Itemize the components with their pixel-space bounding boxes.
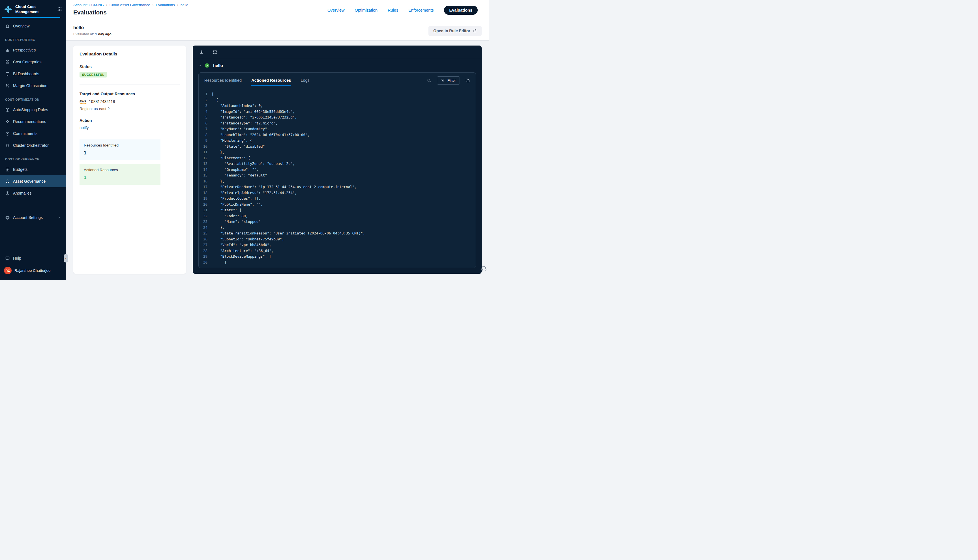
- target-resources-label: Target and Output Resources: [80, 92, 180, 96]
- tab-actioned-resources[interactable]: Actioned Resources: [251, 73, 291, 88]
- sidebar-item-cluster-orchestrator[interactable]: Cluster Orchestrator: [0, 140, 66, 151]
- line-number: 25: [199, 230, 212, 237]
- sidebar-item-cost-categories[interactable]: Cost Categories: [0, 56, 66, 68]
- help-button[interactable]: Help: [0, 253, 66, 264]
- tab-logs[interactable]: Logs: [300, 73, 309, 88]
- line-content: "Tenancy": "default": [212, 173, 267, 178]
- breadcrumb-item-account-ccm-ng[interactable]: Account: CCM-NG: [73, 3, 104, 7]
- sidebar-item-label: Budgets: [13, 167, 27, 172]
- sidebar-item-budgets[interactable]: Budgets: [0, 163, 66, 175]
- line-content: "PublicDnsName": "",: [212, 202, 263, 208]
- line-number: 6: [199, 120, 212, 127]
- content-area: Evaluation Details Status SUCCESSFUL Tar…: [66, 41, 489, 280]
- sidebar-collapse-handle[interactable]: ‹: [63, 254, 68, 262]
- line-number: 19: [199, 196, 212, 202]
- code-line: 2 {: [199, 97, 476, 103]
- top-nav-link-optimization[interactable]: Optimization: [355, 8, 377, 12]
- recommendations-icon: [5, 119, 10, 124]
- sidebar-item-label: Cost Categories: [13, 60, 41, 64]
- fullscreen-icon[interactable]: [212, 50, 217, 55]
- line-content: "Placement": {: [212, 155, 250, 161]
- code-line: 8 "LaunchTime": "2024-06-06T04:41:37+00:…: [199, 132, 476, 138]
- line-content: {: [212, 260, 227, 265]
- sidebar-item-asset-governance[interactable]: Asset Governance: [0, 175, 66, 187]
- search-icon[interactable]: [427, 78, 432, 83]
- code-line: 25 "StateTransitionReason": "User initia…: [199, 230, 476, 237]
- action-value: notify: [80, 125, 180, 130]
- line-number: 23: [199, 219, 212, 225]
- line-number: 24: [199, 225, 212, 231]
- sidebar-item-overview[interactable]: Overview: [0, 20, 66, 32]
- code-line: 5 "InstanceId": "i-00512145e7372325d",: [199, 115, 476, 120]
- breadcrumb-item-evaluations[interactable]: Evaluations: [156, 3, 175, 7]
- sidebar-item-autostopping-rules[interactable]: AutoStopping Rules: [0, 104, 66, 116]
- copy-icon[interactable]: [465, 78, 470, 83]
- breadcrumb: Account: CCM-NG›Cloud Asset Governance›E…: [73, 3, 188, 7]
- sidebar-item-bi-dashboards[interactable]: BI Dashboards: [0, 68, 66, 80]
- main-area: Account: CCM-NG›Cloud Asset Governance›E…: [66, 0, 489, 280]
- top-nav-link-enforcements[interactable]: Enforcements: [408, 8, 434, 12]
- line-content: "AvailabilityZone": "us-east-2c",: [212, 161, 295, 167]
- code-line: 14 "GroupName": "",: [199, 167, 476, 173]
- support-headset-icon[interactable]: [481, 265, 487, 272]
- top-nav-active-evaluations[interactable]: Evaluations: [444, 6, 478, 15]
- breadcrumb-item-cloud-asset-governance[interactable]: Cloud Asset Governance: [110, 3, 150, 7]
- sidebar-item-anomalies[interactable]: Anomalies: [0, 187, 66, 199]
- code-line: 7 "KeyName": "randomkey",: [199, 126, 476, 132]
- line-number: 20: [199, 202, 212, 208]
- sidebar-item-margin-obfuscation[interactable]: Margin Obfuscation: [0, 80, 66, 92]
- breadcrumb-separator: ›: [106, 3, 107, 7]
- sidebar-item-label: Commitments: [13, 131, 37, 136]
- line-content: "SubnetId": "subnet-75fe9b39",: [212, 237, 284, 242]
- tab-resources-identified[interactable]: Resources Identified: [204, 73, 242, 88]
- funnel-icon: [441, 78, 445, 82]
- sidebar-item-label: Overview: [13, 24, 29, 28]
- line-content: "InstanceId": "i-00512145e7372325d",: [212, 115, 297, 120]
- region-text: Region: us-east-2: [80, 107, 180, 111]
- account-row: aws 108817434118: [80, 99, 180, 104]
- line-content: "Name": "stopped": [212, 219, 260, 225]
- evaluated-at-value: 1 day ago: [95, 32, 112, 36]
- code-line: 23 "Name": "stopped": [199, 219, 476, 225]
- top-nav-link-rules[interactable]: Rules: [388, 8, 398, 12]
- user-profile[interactable]: RC Rajarshee Chatterjee: [0, 264, 66, 277]
- module-grid-icon[interactable]: [57, 7, 62, 12]
- sidebar-item-commitments[interactable]: Commitments: [0, 128, 66, 140]
- code-viewer[interactable]: 1[2 {3 "AmiLaunchIndex": 0,4 "ImageId": …: [199, 88, 476, 268]
- code-line: 17 "PrivateDnsName": "ip-172-31-44-254.u…: [199, 184, 476, 190]
- sidebar-item-label: Anomalies: [13, 191, 32, 195]
- code-line: 12 "Placement": {: [199, 155, 476, 161]
- sidebar-item-label: Recommendations: [13, 119, 46, 124]
- sidebar-item-label: Perspectives: [13, 48, 36, 52]
- harness-ccm-logo: [4, 5, 12, 13]
- evaluated-at: Evaluated at:1 day ago: [73, 32, 112, 36]
- line-content: "AmiLaunchIndex": 0,: [212, 103, 263, 109]
- collapse-chevron-icon[interactable]: [197, 63, 202, 68]
- evaluated-at-label: Evaluated at:: [73, 32, 94, 36]
- open-in-rule-editor-button[interactable]: Open in Rule Editor: [429, 26, 482, 36]
- product-title: Cloud Cost Management: [15, 4, 45, 14]
- code-line: 9 "Monitoring": {: [199, 138, 476, 144]
- breadcrumb-item-hello[interactable]: hello: [180, 3, 188, 7]
- viewer-card: Resources IdentifiedActioned ResourcesLo…: [199, 72, 476, 268]
- dashboard-icon: [5, 72, 10, 77]
- chevron-right-icon: [57, 215, 62, 220]
- filter-button[interactable]: Filter: [437, 77, 460, 85]
- line-content: "VpcId": "vpc-bb845bd0",: [212, 242, 271, 248]
- viewer-tabs: Resources IdentifiedActioned ResourcesLo…: [204, 73, 310, 88]
- sidebar-item-perspectives[interactable]: Perspectives: [0, 44, 66, 56]
- line-content: "Code": 80,: [212, 213, 248, 219]
- action-label: Action: [80, 118, 180, 123]
- top-nav-link-overview[interactable]: Overview: [327, 8, 344, 12]
- line-number: 5: [199, 115, 212, 120]
- sidebar-item-label: Account Settings: [13, 215, 43, 220]
- sidebar-item-label: Margin Obfuscation: [13, 83, 47, 88]
- code-line: 11 },: [199, 149, 476, 155]
- sidebar-item-label: BI Dashboards: [13, 72, 39, 76]
- sidebar-item-recommendations[interactable]: Recommendations: [0, 116, 66, 128]
- code-line: 10 "State": "disabled": [199, 144, 476, 150]
- code-line: 20 "PublicDnsName": "",: [199, 202, 476, 208]
- sidebar-item-account-settings[interactable]: Account Settings: [0, 212, 66, 223]
- download-icon[interactable]: [199, 50, 204, 55]
- categories-icon: [5, 60, 10, 65]
